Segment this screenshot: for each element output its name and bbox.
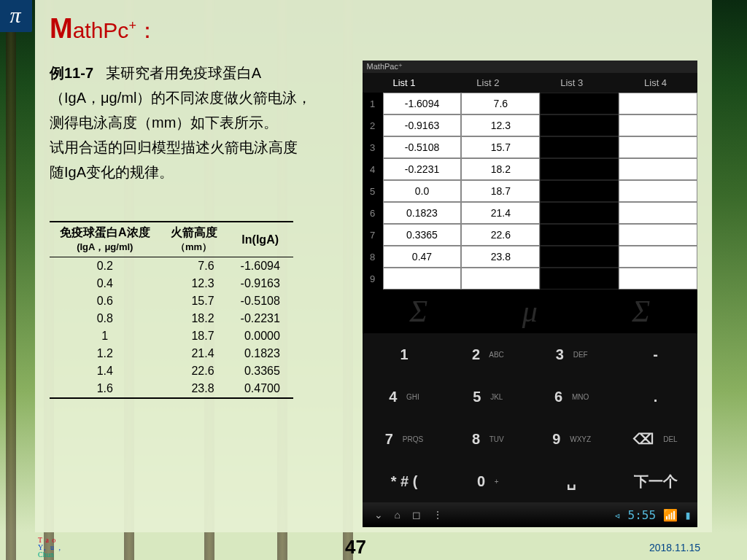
table-row: 118.70.0000: [50, 327, 293, 345]
list-cell-input[interactable]: [383, 93, 462, 114]
keypad-key[interactable]: 9 WXYZ: [530, 418, 614, 460]
data-table: 免疫球蛋白A浓度(IgA，μg/ml)火箭高度（mm）ln(IgA) 0.27.…: [50, 221, 293, 399]
keypad-key[interactable]: 4 GHI: [363, 376, 446, 418]
list-cell-input[interactable]: [461, 180, 540, 202]
list-cell-input[interactable]: [461, 202, 540, 224]
keypad-key[interactable]: 3 DEF: [530, 333, 614, 376]
row-index: 1: [363, 93, 383, 114]
list-cell-input[interactable]: [383, 114, 462, 136]
list-tabs[interactable]: List 1List 2List 3List 4: [363, 73, 697, 93]
list-cell-input[interactable]: [540, 246, 619, 268]
row-index: 3: [363, 136, 383, 158]
slide-body: MathPc+： 例11-7 某研究者用免疫球蛋白A （IgA，μg/ml）的不…: [35, 0, 712, 532]
list-cell-input[interactable]: [619, 268, 697, 289]
list-cell-input[interactable]: [540, 136, 619, 158]
slide-footer: T a o Y, u , Chun 47 2018.11.15: [35, 536, 712, 560]
decorative-sigma: ΣμΣ: [363, 289, 697, 333]
keypad-key[interactable]: 0 +: [446, 460, 530, 502]
table-row: 0.818.2-0.2231: [50, 310, 293, 327]
keypad-key[interactable]: 6 MNO: [530, 376, 614, 418]
keypad-key[interactable]: -: [614, 333, 697, 376]
keypad-key[interactable]: 7 PRQS: [363, 418, 446, 460]
list-cell-input[interactable]: [619, 246, 697, 268]
list-cell-input[interactable]: [540, 158, 619, 180]
phone-mock: MathPac⁺ List 1List 2List 3List 4 123456…: [363, 61, 697, 527]
table-row: 1.422.60.3365: [50, 362, 293, 380]
nav-icon[interactable]: ⋮: [433, 509, 443, 521]
list-tab[interactable]: List 4: [614, 73, 697, 93]
slide-date: 2018.11.15: [649, 542, 700, 553]
list-cell-input[interactable]: [461, 224, 540, 246]
list-tab[interactable]: List 2: [446, 73, 530, 93]
keypad-key[interactable]: 8 TUV: [446, 418, 530, 460]
app-title-bar: MathPac⁺: [363, 61, 697, 73]
keypad-key[interactable]: ␣: [530, 460, 614, 502]
author-stamp: T a o Y, u , Chun: [38, 537, 62, 559]
nav-icon[interactable]: ⌄: [374, 509, 383, 521]
row-index: 9: [363, 268, 383, 289]
list-cell-input[interactable]: [383, 202, 462, 224]
table-row: 1.623.80.4700: [50, 380, 293, 398]
list-cell-input[interactable]: [383, 158, 462, 180]
keypad-key[interactable]: .: [614, 376, 697, 418]
list-editor[interactable]: 123456789: [363, 93, 697, 289]
list-cell-input[interactable]: [383, 268, 462, 289]
page-number: 47: [345, 536, 366, 559]
list-cell-input[interactable]: [540, 180, 619, 202]
list-cell-input[interactable]: [540, 224, 619, 246]
list-cell-input[interactable]: [383, 136, 462, 158]
list-cell-input[interactable]: [383, 224, 462, 246]
row-index: 8: [363, 246, 383, 268]
list-cell-input[interactable]: [619, 158, 697, 180]
keypad-key[interactable]: 下一个: [614, 460, 697, 502]
keypad-key[interactable]: ⌫ DEL: [614, 418, 697, 460]
keypad-key[interactable]: * # (: [363, 460, 446, 502]
table-header: 火箭高度（mm）: [160, 222, 228, 257]
row-index: 6: [363, 202, 383, 224]
table-row: 0.615.7-0.5108: [50, 292, 293, 310]
list-cell-input[interactable]: [461, 246, 540, 268]
list-cell-input[interactable]: [461, 268, 540, 289]
list-cell-input[interactable]: [461, 158, 540, 180]
row-index: 2: [363, 114, 383, 136]
page-title: MathPc+：: [50, 13, 697, 46]
list-cell-input[interactable]: [619, 180, 697, 202]
row-index: 7: [363, 224, 383, 246]
table-header: 免疫球蛋白A浓度(IgA，μg/ml): [50, 222, 160, 257]
keypad[interactable]: 12 ABC3 DEF-4 GHI5 JKL6 MNO.7 PRQS8 TUV9…: [363, 333, 697, 502]
table-row: 0.27.6-1.6094: [50, 257, 293, 276]
keypad-key[interactable]: 5 JKL: [446, 376, 530, 418]
row-index: 5: [363, 180, 383, 202]
list-cell-input[interactable]: [383, 246, 462, 268]
list-cell-input[interactable]: [540, 202, 619, 224]
nav-icon[interactable]: ◻: [412, 509, 421, 521]
list-cell-input[interactable]: [619, 224, 697, 246]
list-cell-input[interactable]: [540, 93, 619, 114]
nav-icon[interactable]: ⌂: [395, 509, 400, 521]
table-row: 0.412.3-0.9163: [50, 275, 293, 292]
table-header: ln(IgA): [228, 222, 293, 257]
list-cell-input[interactable]: [619, 136, 697, 158]
list-cell-input[interactable]: [383, 180, 462, 202]
list-cell-input[interactable]: [619, 202, 697, 224]
problem-text: 例11-7 某研究者用免疫球蛋白A （IgA，μg/ml）的不同浓度做火箭电泳，…: [50, 61, 355, 184]
list-cell-input[interactable]: [540, 268, 619, 289]
android-navbar[interactable]: ⌄⌂◻⋮ ◃ 5:55 📶 ▮: [363, 502, 697, 527]
pi-icon: π: [0, 0, 32, 32]
list-cell-input[interactable]: [461, 136, 540, 158]
keypad-key[interactable]: 2 ABC: [446, 333, 530, 376]
list-tab[interactable]: List 1: [363, 73, 446, 93]
list-cell-input[interactable]: [461, 114, 540, 136]
row-index: 4: [363, 158, 383, 180]
list-cell-input[interactable]: [619, 114, 697, 136]
table-row: 1.221.40.1823: [50, 345, 293, 362]
list-cell-input[interactable]: [619, 93, 697, 114]
list-cell-input[interactable]: [540, 114, 619, 136]
keypad-key[interactable]: 1: [363, 333, 446, 376]
list-tab[interactable]: List 3: [530, 73, 614, 93]
list-cell-input[interactable]: [461, 93, 540, 114]
